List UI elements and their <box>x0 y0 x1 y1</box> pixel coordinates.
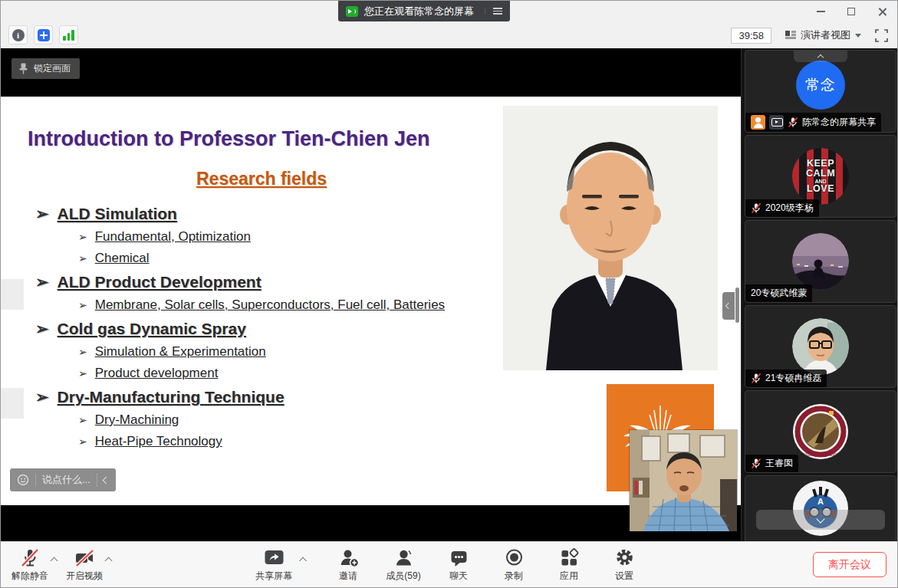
participants-sidebar: 常念 陈常念的屏幕共享 KEEP CALM AND LOVE <box>741 48 898 541</box>
participant-name: 21专硕冉维磊 <box>765 372 821 385</box>
arrow-bullet-icon: ➢ <box>78 252 87 264</box>
leave-meeting-button[interactable]: 离开会议 <box>813 552 886 577</box>
arrow-bullet-icon: ➢ <box>78 367 87 379</box>
mic-muted-icon <box>751 373 761 384</box>
meeting-info-button[interactable]: i <box>8 25 28 44</box>
invite-button[interactable]: 邀请 <box>328 547 368 583</box>
unmute-button[interactable]: 解除静音 <box>10 547 50 583</box>
arrow-bullet-icon: ➢ <box>78 346 87 358</box>
list-item: ➢Heat-Pipe Technology <box>78 434 445 449</box>
apps-icon <box>558 547 580 569</box>
screen-watch-text: 您正在观看陈常念的屏幕 <box>364 5 474 18</box>
chevron-down-icon <box>855 34 861 38</box>
video-options-chevron[interactable] <box>105 557 113 565</box>
participant-name: 王睿囡 <box>765 457 793 470</box>
meeting-window: 您正在观看陈常念的屏幕 i 39:58 演讲者视图 <box>0 0 898 588</box>
arrow-bullet-icon: ➢ <box>78 231 87 243</box>
pin-icon <box>18 63 28 74</box>
view-mode-button[interactable]: 演讲者视图 <box>782 27 864 44</box>
participant-name: 2020级李杨 <box>765 202 814 215</box>
slide-decoration <box>1 388 24 419</box>
share-screen-icon <box>262 547 285 569</box>
mic-muted-icon <box>751 458 761 469</box>
minimize-button[interactable] <box>805 1 836 22</box>
shared-screen-stage: 锁定画面 Introduction to Professor Tien-Chie… <box>1 48 741 541</box>
maximize-button[interactable] <box>836 1 867 22</box>
speaker-webcam[interactable] <box>630 430 737 531</box>
security-button[interactable] <box>34 25 53 44</box>
record-button[interactable]: 录制 <box>494 547 534 583</box>
share-options-chevron[interactable] <box>299 557 307 565</box>
meeting-header: i 39:58 演讲者视图 <box>1 22 897 48</box>
meeting-timer: 39:58 <box>731 28 771 44</box>
avatar <box>792 318 849 375</box>
signal-icon <box>63 30 74 41</box>
arrow-bullet-icon: ➢ <box>78 299 87 311</box>
scroll-up-button[interactable] <box>794 51 847 62</box>
smiley-icon[interactable] <box>17 474 36 486</box>
slide-title: Introduction to Professor Tien-Chien Jen <box>28 127 430 151</box>
participant-tile[interactable]: 21专硕冉维磊 <box>745 305 896 388</box>
list-item: ➢Dry-Manufacturing Technique <box>35 388 445 406</box>
stage-scrollbar[interactable] <box>735 287 739 323</box>
list-item: ➢Simulation & Experimentation <box>78 344 445 360</box>
mic-muted-icon <box>788 117 798 128</box>
record-icon <box>503 547 525 569</box>
mic-muted-icon <box>751 202 761 214</box>
participant-tile[interactable]: A <box>745 475 896 541</box>
list-item: ➢Chemical <box>78 251 445 266</box>
list-item: ➢Membrane, Solar cells, Superconductors,… <box>78 297 445 313</box>
list-item: ➢Fundamental, Optimization <box>78 229 445 245</box>
list-item: ➢Cold gas Dynamic Spray <box>35 320 445 338</box>
view-mode-label: 演讲者视图 <box>801 28 850 42</box>
svg-text:A: A <box>817 497 824 506</box>
settings-button[interactable]: 设置 <box>604 547 644 583</box>
close-button[interactable] <box>867 1 897 22</box>
audio-options-chevron[interactable] <box>51 557 58 565</box>
share-screen-button[interactable]: 共享屏幕 <box>254 547 294 583</box>
window-controls <box>805 1 897 22</box>
start-video-button[interactable]: 开启视频 <box>64 547 104 583</box>
fullscreen-button[interactable] <box>875 29 888 42</box>
participant-tile[interactable]: KEEP CALM AND LOVE 2020级李杨 <box>745 135 896 218</box>
pin-view-button[interactable]: 锁定画面 <box>12 58 80 79</box>
list-item: ➢ALD Simulation <box>35 205 445 223</box>
participant-name: 20专硕武维蒙 <box>751 287 807 300</box>
chevron-left-icon <box>725 303 732 309</box>
list-item: ➢ALD Product Development <box>35 273 445 291</box>
shield-plus-icon <box>38 29 50 41</box>
svg-text:SHANDONG UNIVERSITY: SHANDONG UNIVERSITY <box>798 452 844 457</box>
arrow-bullet-icon: ➢ <box>78 435 87 448</box>
avatar <box>792 233 849 290</box>
list-item: ➢Dry-Machining <box>78 412 445 428</box>
camera-off-icon <box>73 547 96 569</box>
professor-photo <box>503 106 718 370</box>
avatar: 常念 <box>796 61 845 110</box>
participant-tile[interactable]: 20专硕武维蒙 <box>745 220 896 303</box>
banner-menu-icon[interactable] <box>485 8 502 15</box>
collapse-icon[interactable] <box>102 476 110 484</box>
chevron-up-icon <box>817 54 824 61</box>
members-icon <box>393 547 414 569</box>
screen-view-icon <box>346 6 358 17</box>
mic-muted-icon <box>19 547 41 569</box>
comment-input[interactable]: 说点什么... <box>10 468 116 491</box>
arrow-bullet-icon: ➢ <box>35 320 49 337</box>
network-status-button[interactable] <box>59 25 78 44</box>
chat-button[interactable]: 聊天 <box>439 547 479 583</box>
chevron-down-icon <box>816 514 824 523</box>
members-button[interactable]: 成员(59) <box>383 547 423 583</box>
scroll-down-button[interactable] <box>756 510 885 530</box>
chat-icon <box>448 547 469 569</box>
meeting-toolbar: 解除静音 开启视频 共享屏幕 <box>1 541 897 588</box>
invite-icon <box>337 547 359 569</box>
screen-watch-banner: 您正在观看陈常念的屏幕 <box>338 1 510 21</box>
participant-tile[interactable]: SHANDONG UNIVERSITY 王睿囡 <box>745 390 896 473</box>
stage-collapse-handle[interactable] <box>722 292 735 320</box>
apps-button[interactable]: 应用 <box>549 547 589 583</box>
slide-subtitle: Research fields <box>196 169 327 189</box>
participant-tile-screen-share[interactable]: 常念 陈常念的屏幕共享 <box>745 50 896 133</box>
settings-icon <box>613 547 635 569</box>
pin-view-label: 锁定画面 <box>34 62 71 75</box>
avatar: KEEP CALM AND LOVE <box>792 148 849 205</box>
